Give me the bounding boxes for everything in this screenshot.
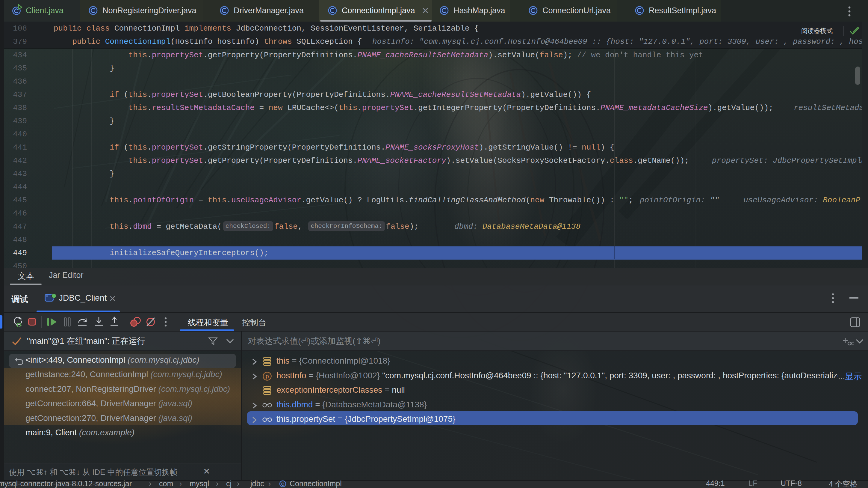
svg-text:C: C [281,482,284,487]
svg-text:p: p [266,373,269,380]
